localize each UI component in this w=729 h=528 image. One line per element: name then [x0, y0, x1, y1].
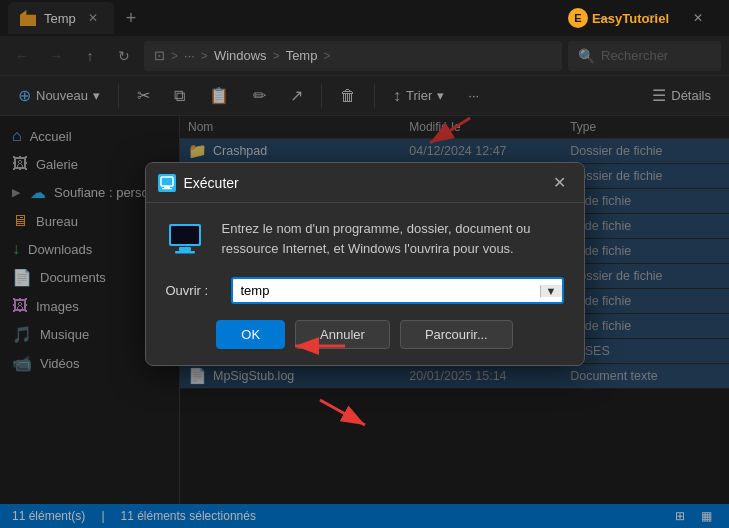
dialog-overlay: Exécuter ✕ Entrez le nom d'un programme,…	[0, 0, 729, 528]
svg-rect-0	[161, 177, 173, 186]
dialog-close-btn[interactable]: ✕	[547, 171, 572, 194]
et-label: EasyTutoriel	[592, 11, 669, 26]
ok-btn[interactable]: OK	[216, 320, 285, 349]
et-icon: E	[568, 8, 588, 28]
annuler-btn[interactable]: Annuler	[295, 320, 390, 349]
easytutoriel-logo: E EasyTutoriel	[568, 8, 669, 28]
svg-rect-4	[171, 226, 199, 244]
dialog-computer-icon	[166, 219, 208, 261]
dialog-buttons: OK Annuler Parcourir...	[166, 320, 564, 349]
svg-rect-1	[164, 186, 170, 188]
svg-rect-5	[179, 247, 191, 251]
svg-rect-6	[175, 251, 195, 254]
dialog-title: Exécuter	[184, 175, 547, 191]
dialog-title-icon	[158, 174, 176, 192]
dialog-input-row: Ouvrir : ▼	[166, 277, 564, 304]
dialog-top: Entrez le nom d'un programme, dossier, d…	[166, 219, 564, 261]
main-window: E EasyTutoriel Temp ✕ + — □ ✕ ← → ↑ ↻ ⊡ …	[0, 0, 729, 528]
run-dialog: Exécuter ✕ Entrez le nom d'un programme,…	[145, 162, 585, 366]
dialog-input[interactable]	[233, 279, 540, 302]
dialog-dropdown-btn[interactable]: ▼	[540, 285, 562, 297]
computer-icon-svg	[167, 220, 207, 260]
dialog-input-wrap[interactable]: ▼	[231, 277, 564, 304]
parcourir-btn[interactable]: Parcourir...	[400, 320, 513, 349]
dialog-label-ouvrir: Ouvrir :	[166, 283, 221, 298]
dialog-description: Entrez le nom d'un programme, dossier, d…	[222, 219, 564, 258]
dialog-title-bar: Exécuter ✕	[146, 163, 584, 203]
computer-small-icon	[160, 176, 174, 190]
svg-rect-2	[162, 188, 172, 189]
dialog-body: Entrez le nom d'un programme, dossier, d…	[146, 203, 584, 365]
